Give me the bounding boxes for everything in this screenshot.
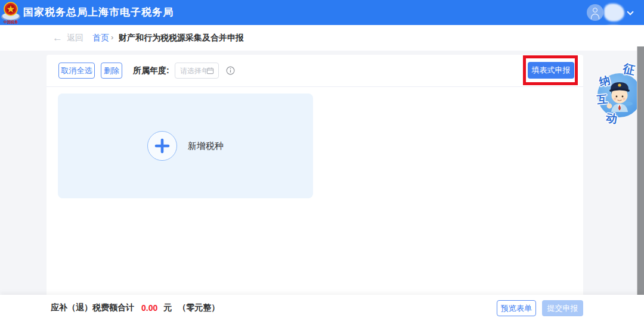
mascot-char-dong: 动 (605, 110, 618, 127)
fill-form-declare-button[interactable]: 填表式申报 (528, 62, 574, 79)
amount-unit: 元 (163, 303, 172, 313)
breadcrumb-home[interactable]: 首页 (92, 25, 109, 51)
total-amount-value: 0.00 (141, 303, 157, 313)
footer-bar: 应补（退）税费额合计 0.00 元 （零元整） 预览表单 提交申报 (0, 295, 644, 321)
app-header: 中国税务 国家税务总局上海市电子税务局 (0, 0, 644, 25)
add-tax-type-button[interactable]: 新增税种 (58, 94, 313, 198)
total-amount-summary: 应补（退）税费额合计 0.00 元 （零元整） (51, 295, 219, 321)
plus-icon (154, 138, 170, 154)
username-redacted (604, 4, 624, 21)
year-picker[interactable] (175, 63, 219, 79)
breadcrumb-bar: ← 返回 首页 › 财产和行为税税源采集及合并申报 (0, 25, 644, 51)
info-icon[interactable] (226, 66, 235, 75)
vertical-scrollbar[interactable] (637, 46, 644, 295)
back-button[interactable]: ← 返回 (52, 25, 83, 51)
breadcrumb-current: 财产和行为税税源采集及合并申报 (119, 25, 244, 51)
tax-bureau-logo-icon: 中国税务 (1, 1, 23, 24)
calendar-icon (206, 67, 214, 74)
add-tax-panel: 新增税种 (58, 94, 313, 198)
user-avatar[interactable] (587, 4, 603, 21)
year-label: 所属年度: (133, 63, 169, 79)
delete-button[interactable]: 删除 (101, 63, 122, 79)
amount-in-words: （零元整） (178, 303, 219, 313)
chevron-down-icon[interactable] (627, 8, 633, 15)
app-title: 国家税务总局上海市电子税务局 (23, 0, 174, 25)
cancel-select-all-button[interactable]: 取消全选 (58, 63, 95, 79)
preview-form-button[interactable]: 预览表单 (497, 300, 536, 316)
avatar-person-icon (593, 8, 597, 13)
svg-text:中国税务: 中国税务 (4, 20, 18, 24)
main-card: 取消全选 删除 所属年度: 填表式申报 (47, 55, 583, 295)
year-input[interactable] (175, 67, 206, 75)
add-tax-label: 新增税种 (188, 141, 224, 152)
total-label: 应补（退）税费额合计 (51, 303, 134, 313)
plus-circle (147, 131, 177, 161)
mascot-char-hu: 互 (596, 92, 608, 107)
back-arrow-icon: ← (52, 33, 63, 43)
submit-declaration-button[interactable]: 提交申报 (542, 300, 583, 316)
toolbar-divider (47, 86, 583, 87)
content-background: 取消全选 删除 所属年度: 填表式申报 (0, 51, 644, 295)
breadcrumb-separator: › (111, 25, 113, 51)
